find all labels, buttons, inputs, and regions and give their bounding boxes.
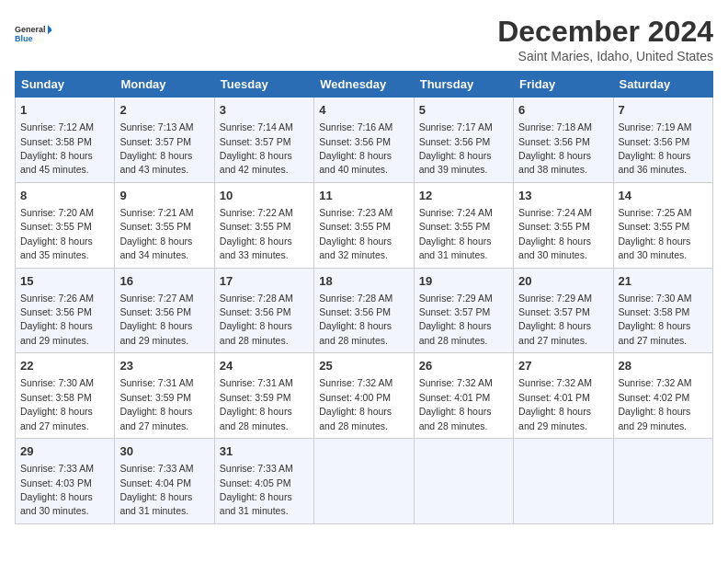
- calendar-cell: 11 Sunrise: 7:23 AMSunset: 3:55 PMDaylig…: [314, 182, 414, 268]
- day-info: Sunrise: 7:13 AMSunset: 3:57 PMDaylight:…: [119, 121, 193, 175]
- calendar-cell: 4 Sunrise: 7:16 AMSunset: 3:56 PMDayligh…: [314, 98, 414, 183]
- day-number: 27: [518, 358, 608, 374]
- calendar-row-2: 8 Sunrise: 7:20 AMSunset: 3:55 PMDayligh…: [16, 182, 713, 268]
- day-number: 29: [20, 443, 109, 460]
- calendar-cell: 26 Sunrise: 7:32 AMSunset: 4:01 PMDaylig…: [414, 353, 513, 439]
- day-info: Sunrise: 7:32 AMSunset: 4:01 PMDaylight:…: [419, 377, 493, 431]
- day-number: 16: [119, 273, 209, 290]
- day-number: 26: [419, 358, 508, 374]
- calendar-cell: 16 Sunrise: 7:27 AMSunset: 3:56 PMDaylig…: [115, 268, 214, 353]
- col-header-thursday: Thursday: [414, 72, 513, 98]
- day-info: Sunrise: 7:33 AMSunset: 4:04 PMDaylight:…: [119, 463, 193, 516]
- day-number: 13: [518, 188, 608, 204]
- day-info: Sunrise: 7:31 AMSunset: 3:59 PMDaylight:…: [220, 377, 293, 431]
- day-info: Sunrise: 7:28 AMSunset: 3:56 PMDaylight:…: [220, 293, 293, 346]
- day-number: 20: [518, 273, 608, 290]
- calendar-cell: 10 Sunrise: 7:22 AMSunset: 3:55 PMDaylig…: [214, 182, 313, 268]
- calendar-cell: 5 Sunrise: 7:17 AMSunset: 3:56 PMDayligh…: [414, 98, 513, 183]
- day-info: Sunrise: 7:22 AMSunset: 3:55 PMDaylight:…: [220, 207, 293, 260]
- svg-text:Blue: Blue: [15, 34, 33, 43]
- calendar-cell: 9 Sunrise: 7:21 AMSunset: 3:55 PMDayligh…: [115, 182, 214, 268]
- day-info: Sunrise: 7:28 AMSunset: 3:56 PMDaylight:…: [319, 293, 392, 346]
- day-number: 14: [619, 188, 708, 204]
- calendar-cell: 23 Sunrise: 7:31 AMSunset: 3:59 PMDaylig…: [115, 353, 214, 439]
- calendar-table: SundayMondayTuesdayWednesdayThursdayFrid…: [15, 71, 713, 524]
- calendar-cell: 8 Sunrise: 7:20 AMSunset: 3:55 PMDayligh…: [16, 182, 115, 268]
- col-header-tuesday: Tuesday: [214, 72, 313, 98]
- calendar-row-3: 15 Sunrise: 7:26 AMSunset: 3:56 PMDaylig…: [16, 268, 713, 353]
- calendar-cell: [514, 439, 613, 524]
- logo: General Blue: [15, 15, 51, 52]
- calendar-row-4: 22 Sunrise: 7:30 AMSunset: 3:58 PMDaylig…: [16, 353, 713, 439]
- day-number: 12: [419, 188, 508, 204]
- calendar-cell: 19 Sunrise: 7:29 AMSunset: 3:57 PMDaylig…: [414, 268, 513, 353]
- calendar-cell: 24 Sunrise: 7:31 AMSunset: 3:59 PMDaylig…: [214, 353, 313, 439]
- day-info: Sunrise: 7:14 AMSunset: 3:57 PMDaylight:…: [220, 121, 293, 175]
- calendar-cell: 17 Sunrise: 7:28 AMSunset: 3:56 PMDaylig…: [214, 268, 313, 353]
- calendar-cell: 28 Sunrise: 7:32 AMSunset: 4:02 PMDaylig…: [613, 353, 712, 439]
- day-info: Sunrise: 7:30 AMSunset: 3:58 PMDaylight:…: [619, 293, 692, 346]
- day-info: Sunrise: 7:20 AMSunset: 3:55 PMDaylight:…: [20, 207, 94, 260]
- day-info: Sunrise: 7:24 AMSunset: 3:55 PMDaylight:…: [518, 207, 592, 260]
- calendar-cell: 2 Sunrise: 7:13 AMSunset: 3:57 PMDayligh…: [115, 98, 214, 183]
- day-number: 17: [220, 273, 309, 290]
- day-info: Sunrise: 7:24 AMSunset: 3:55 PMDaylight:…: [419, 207, 493, 260]
- day-info: Sunrise: 7:32 AMSunset: 4:02 PMDaylight:…: [619, 377, 692, 431]
- day-info: Sunrise: 7:32 AMSunset: 4:01 PMDaylight:…: [518, 377, 592, 431]
- day-number: 23: [119, 358, 209, 374]
- calendar-cell: 15 Sunrise: 7:26 AMSunset: 3:56 PMDaylig…: [16, 268, 115, 353]
- day-info: Sunrise: 7:17 AMSunset: 3:56 PMDaylight:…: [419, 121, 493, 175]
- day-number: 6: [518, 102, 608, 119]
- col-header-monday: Monday: [115, 72, 214, 98]
- day-number: 21: [619, 273, 708, 290]
- svg-marker-2: [48, 25, 51, 34]
- calendar-cell: [414, 439, 513, 524]
- day-number: 31: [220, 443, 309, 460]
- day-number: 25: [319, 358, 408, 374]
- calendar-cell: [613, 439, 712, 524]
- col-header-saturday: Saturday: [613, 72, 712, 98]
- day-info: Sunrise: 7:29 AMSunset: 3:57 PMDaylight:…: [419, 293, 493, 346]
- page-title: December 2024: [497, 15, 713, 49]
- logo-svg: General Blue: [15, 15, 51, 52]
- day-number: 10: [220, 188, 309, 204]
- calendar-cell: 13 Sunrise: 7:24 AMSunset: 3:55 PMDaylig…: [514, 182, 613, 268]
- day-number: 7: [619, 102, 708, 119]
- day-number: 24: [220, 358, 309, 374]
- day-info: Sunrise: 7:33 AMSunset: 4:05 PMDaylight:…: [220, 463, 293, 516]
- day-number: 22: [20, 358, 109, 374]
- day-number: 1: [20, 102, 109, 119]
- day-number: 8: [20, 188, 109, 204]
- svg-text:General: General: [15, 25, 46, 34]
- calendar-cell: 27 Sunrise: 7:32 AMSunset: 4:01 PMDaylig…: [514, 353, 613, 439]
- day-number: 2: [119, 102, 209, 119]
- calendar-cell: 22 Sunrise: 7:30 AMSunset: 3:58 PMDaylig…: [16, 353, 115, 439]
- day-info: Sunrise: 7:16 AMSunset: 3:56 PMDaylight:…: [319, 121, 392, 175]
- day-info: Sunrise: 7:12 AMSunset: 3:58 PMDaylight:…: [20, 121, 94, 175]
- header-row: SundayMondayTuesdayWednesdayThursdayFrid…: [16, 72, 713, 98]
- day-number: 11: [319, 188, 408, 204]
- day-info: Sunrise: 7:27 AMSunset: 3:56 PMDaylight:…: [119, 293, 193, 346]
- day-number: 28: [619, 358, 708, 374]
- header: General Blue December 2024 Saint Maries,…: [15, 15, 713, 63]
- day-info: Sunrise: 7:19 AMSunset: 3:56 PMDaylight:…: [619, 121, 692, 175]
- calendar-cell: 20 Sunrise: 7:29 AMSunset: 3:57 PMDaylig…: [514, 268, 613, 353]
- day-info: Sunrise: 7:25 AMSunset: 3:55 PMDaylight:…: [619, 207, 692, 260]
- calendar-cell: 6 Sunrise: 7:18 AMSunset: 3:56 PMDayligh…: [514, 98, 613, 183]
- calendar-cell: 31 Sunrise: 7:33 AMSunset: 4:05 PMDaylig…: [214, 439, 313, 524]
- calendar-cell: 21 Sunrise: 7:30 AMSunset: 3:58 PMDaylig…: [613, 268, 712, 353]
- calendar-row-1: 1 Sunrise: 7:12 AMSunset: 3:58 PMDayligh…: [16, 98, 713, 183]
- day-info: Sunrise: 7:32 AMSunset: 4:00 PMDaylight:…: [319, 377, 392, 431]
- day-number: 9: [119, 188, 209, 204]
- day-number: 15: [20, 273, 109, 290]
- day-number: 5: [419, 102, 508, 119]
- calendar-cell: 7 Sunrise: 7:19 AMSunset: 3:56 PMDayligh…: [613, 98, 712, 183]
- calendar-cell: 30 Sunrise: 7:33 AMSunset: 4:04 PMDaylig…: [115, 439, 214, 524]
- calendar-cell: [314, 439, 414, 524]
- day-number: 18: [319, 273, 408, 290]
- title-area: December 2024 Saint Maries, Idaho, Unite…: [497, 15, 713, 63]
- day-info: Sunrise: 7:31 AMSunset: 3:59 PMDaylight:…: [119, 377, 193, 431]
- calendar-cell: 25 Sunrise: 7:32 AMSunset: 4:00 PMDaylig…: [314, 353, 414, 439]
- col-header-wednesday: Wednesday: [314, 72, 414, 98]
- calendar-row-5: 29 Sunrise: 7:33 AMSunset: 4:03 PMDaylig…: [16, 439, 713, 524]
